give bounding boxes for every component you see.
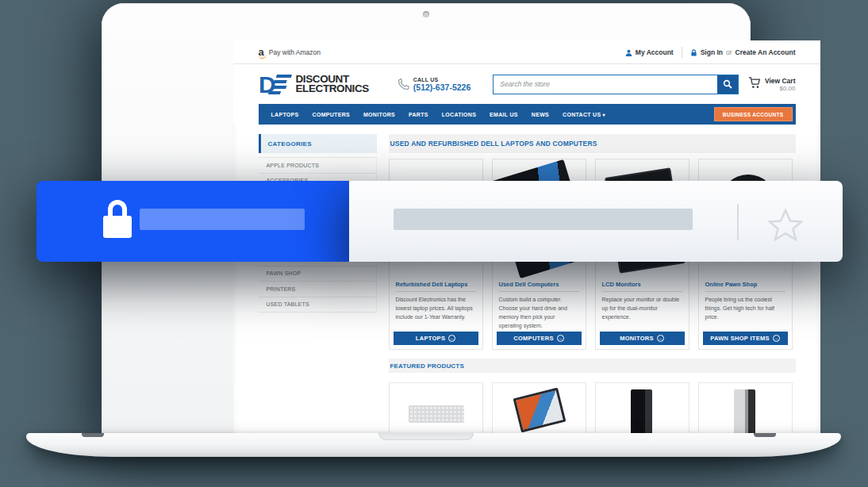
call-us-block[interactable]: CALL US (512)-637-5226 bbox=[398, 77, 470, 92]
tower-pc-product-image bbox=[734, 389, 755, 436]
main-nav: LAPTOPS COMPUTERS MONITORS PARTS LOCATIO… bbox=[259, 104, 796, 125]
divider bbox=[602, 291, 682, 292]
nav-news[interactable]: NEWS bbox=[532, 112, 549, 117]
nav-monitors[interactable]: MONITORS bbox=[363, 112, 395, 117]
card-title[interactable]: Refurbished Dell Laptops bbox=[390, 278, 482, 290]
featured-products-row bbox=[389, 382, 796, 436]
url-placeholder-bar bbox=[140, 209, 305, 230]
card-description: Replace your monitor or double up for th… bbox=[596, 295, 689, 321]
nav-locations[interactable]: LOCATIONS bbox=[442, 112, 476, 117]
lock-body bbox=[103, 216, 132, 238]
divider bbox=[705, 291, 785, 292]
card-description: People bring us the coolest things. Get … bbox=[699, 295, 792, 321]
search-icon bbox=[723, 79, 732, 89]
button-label: LAPTOPS bbox=[416, 335, 445, 342]
nav-laptops[interactable]: LAPTOPS bbox=[271, 112, 299, 117]
hinge bbox=[82, 433, 104, 437]
button-label: COMPUTERS bbox=[513, 335, 554, 342]
view-cart[interactable]: View Cart $0.00 bbox=[748, 77, 796, 92]
phone-icon bbox=[398, 79, 409, 90]
lock-shackle bbox=[108, 200, 127, 217]
divider bbox=[396, 291, 476, 292]
arrow-circle-icon: → bbox=[448, 335, 455, 342]
arrow-circle-icon: → bbox=[557, 335, 564, 342]
categories-sidebar: CATEGORIES APPLE PRODUCTS ACCESSORIES PA… bbox=[259, 134, 377, 436]
nav-contact-us[interactable]: CONTACT US▾ bbox=[563, 112, 605, 117]
sidebar-item-apple-products[interactable]: APPLE PRODUCTS bbox=[259, 158, 377, 174]
laptops-button[interactable]: LAPTOPS → bbox=[394, 332, 478, 345]
arrow-circle-icon: → bbox=[657, 335, 664, 342]
search-bar bbox=[493, 75, 739, 94]
divider bbox=[737, 204, 739, 240]
search-button[interactable] bbox=[717, 75, 738, 94]
pay-with-amazon-label: Pay with Amazon bbox=[269, 48, 321, 56]
featured-product-silver-tower[interactable] bbox=[698, 382, 793, 436]
button-label: PAWN SHOP ITEMS bbox=[710, 335, 770, 342]
create-account-label: Create An Account bbox=[735, 48, 796, 56]
de-logo-icon: D bbox=[259, 72, 292, 96]
sidebar-item-pawn-shop[interactable]: PAWN SHOP bbox=[259, 267, 377, 282]
featured-product-laptop[interactable] bbox=[492, 382, 586, 436]
nav-contact-us-label: CONTACT US bbox=[563, 112, 601, 117]
laptop-base-notch bbox=[378, 433, 474, 440]
card-title[interactable]: Used Dell Computers bbox=[493, 278, 586, 290]
site-logo[interactable]: D DISCOUNT ELECTRONICS bbox=[259, 72, 369, 96]
lock-icon bbox=[103, 200, 132, 243]
person-icon bbox=[625, 49, 632, 56]
sign-in-link[interactable]: Sign In or Create An Account bbox=[690, 48, 796, 56]
logo-line2: ELECTRONICS bbox=[296, 84, 369, 94]
page-title: USED AND REFURBISHED DELL LAPTOPS AND CO… bbox=[389, 134, 796, 153]
utility-bar: a Pay with Amazon My Account Sign In or … bbox=[233, 40, 820, 64]
my-account-link[interactable]: My Account bbox=[625, 48, 674, 56]
bookmark-star-icon[interactable] bbox=[766, 207, 805, 245]
button-label: MONITORS bbox=[620, 335, 654, 342]
cart-icon bbox=[748, 77, 761, 89]
divider bbox=[682, 47, 682, 58]
secure-bar-overlay-white bbox=[349, 181, 843, 262]
nav-parts[interactable]: PARTS bbox=[409, 112, 428, 117]
cart-total: $0.00 bbox=[765, 85, 796, 92]
amazon-icon: a bbox=[259, 48, 264, 56]
pawn-shop-items-button[interactable]: PAWN SHOP ITEMS → bbox=[703, 332, 788, 345]
nav-email-us[interactable]: EMAIL US bbox=[490, 112, 518, 117]
call-us-label: CALL US bbox=[413, 77, 470, 82]
divider bbox=[499, 291, 579, 292]
featured-products-title: FEATURED PRODUCTS bbox=[389, 359, 796, 373]
site-header: D DISCOUNT ELECTRONICS bbox=[233, 64, 820, 104]
phone-number: (512)-637-5226 bbox=[413, 82, 470, 92]
chevron-down-icon: ▾ bbox=[602, 113, 605, 117]
laptop-product-image bbox=[513, 388, 566, 433]
card-description: Custom build a computer. Choose your har… bbox=[493, 295, 586, 330]
sign-in-label: Sign In bbox=[701, 48, 723, 56]
lock-icon bbox=[690, 49, 697, 56]
featured-product-black-tower[interactable] bbox=[595, 382, 689, 436]
categories-title: CATEGORIES bbox=[259, 134, 377, 153]
view-cart-label: View Cart bbox=[765, 77, 796, 85]
monitors-button[interactable]: MONITORS → bbox=[600, 332, 685, 345]
tower-pc-product-image bbox=[631, 389, 652, 436]
card-description: Discount Electronics has the lowest lapt… bbox=[390, 295, 482, 321]
card-title[interactable]: Online Pawn Shop bbox=[699, 278, 792, 290]
hinge bbox=[754, 433, 776, 437]
sidebar-item-printers[interactable]: PRINTERS bbox=[259, 282, 377, 297]
keyboard-product-image bbox=[409, 405, 464, 423]
business-accounts-button[interactable]: BUSINESS ACCOUNTS bbox=[714, 107, 793, 121]
arrow-circle-icon: → bbox=[773, 335, 780, 342]
featured-product-keyboard[interactable] bbox=[389, 382, 483, 436]
secure-bar-overlay-blue bbox=[36, 181, 349, 262]
or-label: or bbox=[726, 48, 732, 56]
search-input[interactable] bbox=[494, 75, 717, 94]
pay-with-amazon[interactable]: a Pay with Amazon bbox=[259, 48, 321, 56]
card-title[interactable]: LCD Monitors bbox=[596, 278, 689, 290]
sidebar-item-used-tablets[interactable]: USED TABLETS bbox=[259, 297, 377, 313]
laptop-mockup-base bbox=[26, 433, 841, 457]
nav-computers[interactable]: COMPUTERS bbox=[313, 112, 350, 117]
computers-button[interactable]: COMPUTERS → bbox=[497, 332, 582, 345]
webcam-dot bbox=[423, 11, 429, 17]
my-account-label: My Account bbox=[636, 48, 674, 56]
address-placeholder-bar bbox=[394, 209, 693, 230]
